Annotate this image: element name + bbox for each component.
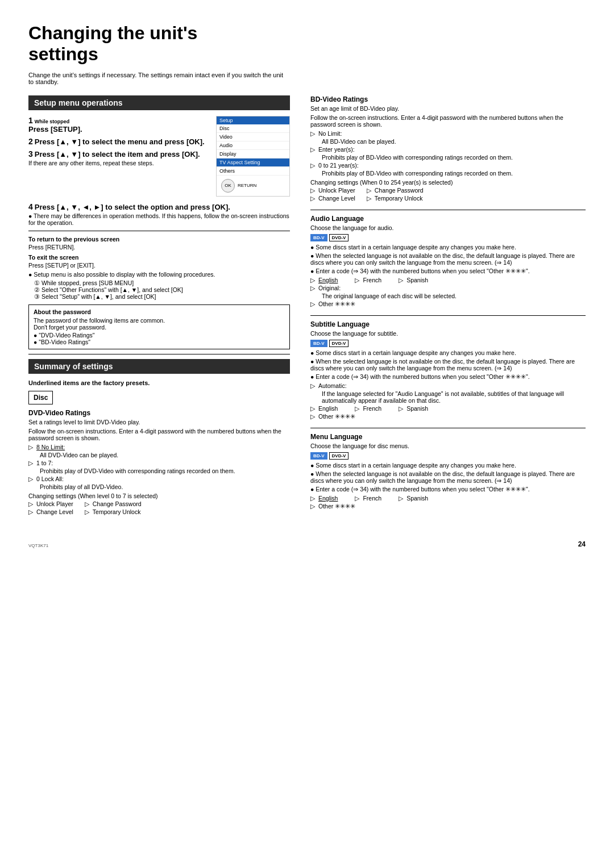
menu-note1: Some discs start in a certain language d…: [310, 462, 586, 469]
menu-lang-row: English French Spanish: [310, 495, 586, 502]
subtitle-note2: When the selected language is not availa…: [310, 358, 586, 372]
subtitle-lang-row: English French Spanish: [310, 405, 586, 412]
dvd-settings-row1: Unlock Player Change Password: [28, 500, 290, 507]
audio-note1: Some discs start in a certain language d…: [310, 244, 586, 251]
page-number: 24: [578, 540, 586, 548]
audio-other: Other ✳✳✳✳: [310, 301, 586, 307]
subtitle-language-section: Subtitle Language Choose the language fo…: [310, 320, 586, 420]
audio-note3: Enter a code (⇒ 34) with the numbered bu…: [310, 268, 586, 274]
about-password-box: About the password The password of the f…: [28, 304, 290, 349]
left-column: Setup menu operations 1 While stopped Pr…: [28, 95, 290, 523]
bd-enter-year: Enter year(s):: [310, 146, 586, 153]
summary-header: Summary of settings: [28, 359, 290, 374]
dvd-1to7: 1 to 7:: [28, 460, 290, 466]
step-2: 2 Press [▲, ▼] to select the menu and pr…: [28, 137, 210, 146]
disc-box: Disc: [28, 391, 53, 404]
bd-no-limit: No Limit:: [310, 130, 586, 137]
setup-menu-image: Setup Disc Video Audio Display TV Aspect…: [216, 116, 290, 197]
audio-badges: BD-V DVD-V: [310, 234, 349, 241]
menu-other: Other ✳✳✳✳: [310, 503, 586, 510]
bd-settings-row1: Unlock Player Change Password: [310, 187, 586, 194]
subtitle-badges: BD-V DVD-V: [310, 340, 349, 347]
audio-language-section: Audio Language Choose the language for a…: [310, 215, 586, 307]
intro-text: Change the unit's settings if necessary.…: [28, 72, 290, 85]
subtitle-automatic: Automatic:: [310, 382, 586, 389]
dvd-no-limit: 8 No Limit:: [28, 444, 290, 450]
divider: [28, 231, 290, 231]
factory-preset: Underlined items are the factory presets…: [28, 379, 290, 386]
audio-original: Original:: [310, 285, 586, 291]
subtitle-other: Other ✳✳✳✳: [310, 413, 586, 420]
step-3: 3 Press [▲, ▼] to select the item and pr…: [28, 149, 210, 166]
page-title: Changing the unit's settings Change the …: [28, 23, 586, 85]
step-4: 4 Press [▲, ▼, ◄, ►] to select the optio…: [28, 202, 290, 226]
dvd-lock-all: 0 Lock All:: [28, 475, 290, 482]
version-text: VQT3K71: [28, 543, 48, 548]
divider2: [28, 354, 290, 354]
subtitle-note1: Some discs start in a certain language d…: [310, 349, 586, 356]
to-return: To return to the previous screen Press […: [28, 236, 290, 300]
menu-language-section: Menu Language Choose the language for di…: [310, 433, 586, 510]
subtitle-note3: Enter a code (⇒ 34) with the numbered bu…: [310, 373, 586, 380]
menu-badges: BD-V DVD-V: [310, 452, 349, 460]
bd-settings-row2: Change Level Temporary Unlock: [310, 195, 586, 202]
audio-note2: When the selected language is not availa…: [310, 252, 586, 266]
right-column: BD-Video Ratings Set an age limit of BD-…: [310, 95, 586, 523]
menu-note2: When the selected language is not availa…: [310, 470, 586, 484]
divider-r1: [310, 210, 586, 210]
divider-r3: [310, 428, 586, 428]
setup-steps: 1 While stopped Press [SETUP]. 2 Press […: [28, 116, 290, 197]
menu-note3: Enter a code (⇒ 34) with the numbered bu…: [310, 486, 586, 493]
step-1: 1 While stopped Press [SETUP].: [28, 116, 210, 133]
bd-ratings-section: BD-Video Ratings Set an age limit of BD-…: [310, 95, 586, 202]
setup-menu-header: Setup menu operations: [28, 95, 290, 110]
audio-lang-row1: English French Spanish: [310, 277, 586, 283]
bd-0-21: 0 to 21 year(s):: [310, 162, 586, 169]
dvd-ratings-section: DVD-Video Ratings Set a ratings level to…: [28, 409, 290, 515]
steps-text: 1 While stopped Press [SETUP]. 2 Press […: [28, 116, 210, 197]
ok-button-img: OK: [221, 179, 235, 193]
divider-r2: [310, 315, 586, 316]
dvd-settings-row2: Change Level Temporary Unlock: [28, 508, 290, 515]
